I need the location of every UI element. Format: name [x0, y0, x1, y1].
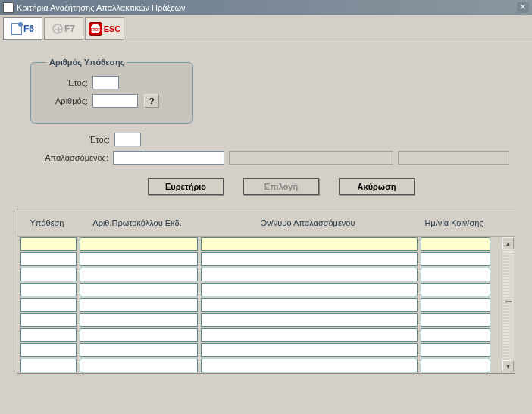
table-cell[interactable]: [421, 359, 490, 372]
directory-button[interactable]: Ευρετήριο: [148, 178, 224, 195]
table-row[interactable]: [17, 252, 502, 267]
cancel-button[interactable]: Ακύρωση: [339, 178, 415, 195]
header-protocol: Αριθ.Πρωτοκόλλου Εκδ.: [77, 215, 198, 231]
table-cell[interactable]: [201, 343, 418, 357]
help-button[interactable]: ?: [144, 94, 159, 108]
table-cell[interactable]: [201, 359, 418, 372]
table-row[interactable]: [17, 282, 502, 297]
table-cell[interactable]: [20, 237, 77, 251]
table-cell[interactable]: [421, 298, 490, 312]
toolbar-f7-button[interactable]: F7: [44, 17, 83, 40]
table-cell[interactable]: [201, 283, 418, 296]
table-cell[interactable]: [20, 298, 77, 312]
toolbar: F6 F7 STOP ESC: [0, 15, 532, 42]
header-case: Υπόθεση: [17, 215, 77, 231]
table-cell[interactable]: [80, 237, 198, 251]
app-icon: [3, 2, 14, 13]
table-row[interactable]: [17, 358, 502, 373]
scroll-up-button[interactable]: ▲: [502, 237, 514, 249]
f6-label: F6: [23, 24, 34, 34]
case-group-legend: Αριθμός Υπόθεσης: [46, 58, 127, 67]
select-button[interactable]: Επιλογή: [243, 178, 319, 195]
table-row[interactable]: [17, 237, 502, 252]
table-row[interactable]: [17, 328, 502, 343]
case-number-label: Αριθμός:: [46, 96, 88, 105]
table-cell[interactable]: [20, 283, 77, 296]
window-title: Κριτήρια Αναζήτησης Απαλλακτικών Πράξεων: [17, 3, 517, 12]
apall-extra-display: [398, 151, 509, 165]
case-year-input[interactable]: [92, 76, 119, 89]
table-cell[interactable]: [80, 268, 198, 281]
table-cell[interactable]: [80, 359, 198, 372]
table-cell[interactable]: [421, 328, 490, 342]
table-cell[interactable]: [80, 343, 198, 357]
apall-label: Απαλασσόμενος:: [23, 153, 108, 162]
toolbar-f6-button[interactable]: F6: [3, 17, 42, 40]
table-cell[interactable]: [80, 328, 198, 342]
title-bar: Κριτήρια Αναζήτησης Απαλλακτικών Πράξεων…: [0, 0, 532, 15]
table-cell[interactable]: [201, 298, 418, 312]
action-buttons: Ευρετήριο Επιλογή Ακύρωση: [53, 178, 509, 195]
table-cell[interactable]: [80, 313, 198, 327]
close-button[interactable]: ×: [517, 2, 529, 13]
table-cell[interactable]: [20, 268, 77, 281]
stop-icon: STOP: [89, 22, 102, 36]
table-cell[interactable]: [80, 252, 198, 266]
scroll-grip[interactable]: [503, 293, 513, 309]
table-cell[interactable]: [421, 237, 490, 251]
table-cell[interactable]: [201, 328, 418, 342]
grid-rows: [17, 237, 502, 373]
f7-label: F7: [64, 24, 75, 34]
svg-text:STOP: STOP: [90, 27, 101, 32]
header-date: Ημ/νία Κοιν/σης: [418, 215, 490, 231]
form-body: Αριθμός Υπόθεσης Έτος: Αριθμός: ? Έτος: …: [0, 42, 532, 381]
vertical-scrollbar[interactable]: ▲ ▼: [502, 237, 514, 372]
case-number-input[interactable]: [92, 94, 138, 108]
search-fields: Έτος: Απαλασσόμενος:: [23, 133, 509, 165]
table-cell[interactable]: [20, 252, 77, 266]
table-cell[interactable]: [20, 313, 77, 327]
table-cell[interactable]: [201, 313, 418, 327]
plus-circle-icon: [52, 24, 63, 34]
table-cell[interactable]: [421, 313, 490, 327]
esc-label: ESC: [104, 24, 121, 33]
grid-header: Υπόθεση Αριθ.Πρωτοκόλλου Εκδ. Ον/νυμο Απ…: [17, 209, 515, 237]
results-grid: Υπόθεση Αριθ.Πρωτοκόλλου Εκδ. Ον/νυμο Απ…: [17, 209, 515, 374]
new-doc-icon: [11, 23, 22, 35]
table-cell[interactable]: [20, 343, 77, 357]
table-cell[interactable]: [80, 283, 198, 296]
table-cell[interactable]: [421, 283, 490, 296]
table-row[interactable]: [17, 297, 502, 312]
scroll-down-button[interactable]: ▼: [502, 360, 514, 372]
outer-year-label: Έτος:: [23, 135, 110, 144]
table-row[interactable]: [17, 312, 502, 328]
table-cell[interactable]: [421, 268, 490, 281]
table-cell[interactable]: [201, 237, 418, 251]
table-cell[interactable]: [201, 252, 418, 266]
toolbar-esc-button[interactable]: STOP ESC: [85, 17, 124, 40]
table-cell[interactable]: [20, 328, 77, 342]
header-name: Ον/νυμο Απαλασσόμενου: [198, 215, 418, 231]
case-number-group: Αριθμός Υπόθεσης Έτος: Αριθμός: ?: [30, 58, 193, 124]
case-year-label: Έτος:: [46, 78, 88, 87]
apall-input[interactable]: [113, 151, 225, 165]
table-cell[interactable]: [201, 268, 418, 281]
table-row[interactable]: [17, 343, 502, 358]
table-cell[interactable]: [421, 252, 490, 266]
table-cell[interactable]: [80, 298, 198, 312]
table-cell[interactable]: [421, 343, 490, 357]
table-row[interactable]: [17, 267, 502, 282]
outer-year-input[interactable]: [114, 133, 141, 146]
table-cell[interactable]: [20, 359, 77, 372]
scroll-track[interactable]: [502, 249, 514, 360]
header-scroll-spacer: [490, 220, 505, 226]
apall-name-display: [229, 151, 393, 165]
